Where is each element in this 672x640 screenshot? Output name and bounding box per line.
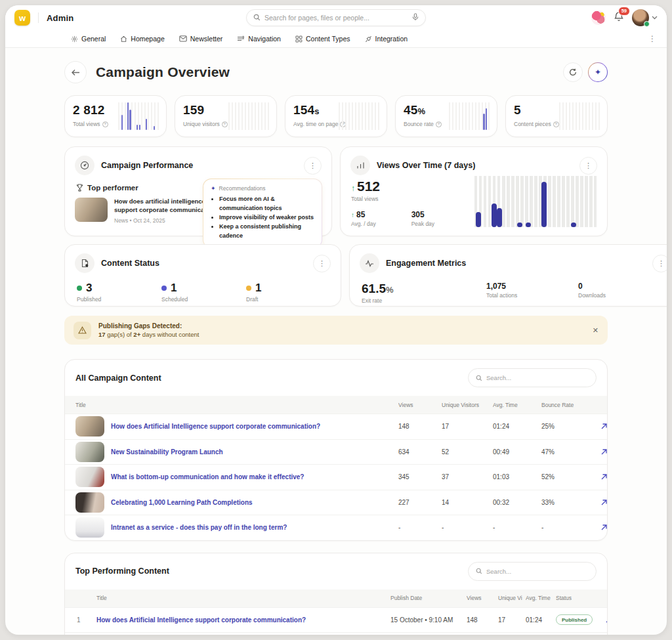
views-value: 148	[398, 423, 442, 430]
card-title: Engagement Metrics	[386, 259, 466, 268]
card-menu-button[interactable]: ⋮	[652, 255, 667, 272]
row-thumbnail	[75, 442, 104, 462]
content-title-link[interactable]: Celebrating 1,000 Learning Path Completi…	[111, 498, 253, 507]
content-title-link[interactable]: Intranet as a service - does this pay of…	[111, 523, 287, 532]
home-icon	[120, 35, 127, 43]
avg-per-day-label: Avg. / day	[351, 221, 376, 227]
stat-value: 5	[514, 103, 521, 117]
table-row[interactable]: Intranet as a service - does this pay of…	[65, 515, 607, 540]
stat-card-content-pieces[interactable]: 5 Content pieces	[505, 95, 608, 137]
table-search-input[interactable]	[486, 568, 589, 575]
stat-card-unique-visitors[interactable]: 159 Unique visitors	[175, 95, 277, 137]
recommendation-item: Keep a consistent publishing cadence	[219, 223, 314, 241]
trophy-icon	[76, 184, 83, 192]
nav-item-integration[interactable]: Integration	[365, 35, 408, 43]
content-title-link[interactable]: New Sustainability Program Launch	[111, 448, 223, 456]
card-menu-button[interactable]: ⋮	[579, 157, 597, 175]
stat-card-avg-time[interactable]: 154s Avg. time on page	[285, 95, 387, 137]
card-menu-button[interactable]: ⋮	[304, 157, 322, 175]
open-link-button[interactable]	[598, 616, 608, 624]
card-menu-button[interactable]: ⋮	[313, 255, 331, 272]
nav-item-newsletter[interactable]: Newsletter	[179, 35, 223, 43]
refresh-button[interactable]	[563, 62, 583, 82]
peak-day-value: 305	[411, 210, 434, 219]
app-title: Admin	[47, 13, 74, 23]
all-campaign-content-card: All Campaign Content TitleViewsUnique Vi…	[64, 359, 608, 541]
unique-visitors-value: 14	[442, 499, 493, 506]
table-row[interactable]: Celebrating 1,000 Learning Path Completi…	[65, 490, 607, 515]
notifications-button[interactable]: 59	[614, 11, 624, 25]
help-icon[interactable]	[436, 121, 442, 127]
content-title-link[interactable]: How does Artificial Intelligence support…	[111, 422, 320, 431]
row-thumbnail	[75, 517, 104, 538]
peak-day-label: Peak day	[411, 221, 434, 227]
row-thumbnail	[75, 416, 104, 437]
microphone-icon[interactable]	[412, 12, 419, 24]
open-link-icon	[600, 448, 608, 456]
arrow-left-icon	[72, 69, 80, 76]
nav-item-homepage[interactable]: Homepage	[120, 35, 164, 43]
global-search-input[interactable]	[264, 14, 408, 22]
table-row[interactable]: New Sustainability Program Launch6345200…	[65, 439, 607, 465]
app-logo[interactable]: w	[14, 10, 30, 26]
stat-card-total-views[interactable]: 2 812 Total views	[64, 95, 167, 137]
ai-assistant-button[interactable]: ✦	[588, 62, 608, 82]
open-link-button[interactable]	[589, 524, 608, 531]
trend-up-icon: ↑	[351, 211, 354, 219]
sparkle-icon: ✦	[595, 68, 601, 77]
table-row[interactable]: How does Artificial Intelligence support…	[65, 414, 607, 439]
content-title-link[interactable]: What is bottom-up communication and how …	[111, 473, 304, 481]
close-icon[interactable]: ✕	[593, 326, 598, 335]
views-over-time-card: Views Over Time (7 days) ⋮ ↑512 Total vi…	[340, 146, 608, 236]
table-row[interactable]: 1How does Artificial Intelligence suppor…	[65, 607, 607, 633]
open-link-button[interactable]	[589, 473, 608, 480]
help-icon[interactable]	[553, 121, 559, 127]
views-over-time-chart	[474, 176, 597, 227]
unique-visitors-value: 52	[442, 448, 493, 456]
topbar: w Admin 59	[5, 5, 667, 30]
table-search[interactable]	[468, 562, 597, 581]
open-link-icon	[600, 499, 608, 506]
user-menu[interactable]	[632, 9, 658, 26]
avatar[interactable]	[632, 9, 649, 26]
nav-item-general[interactable]: General	[71, 35, 106, 43]
recommendation-item: Focus more on AI & communication topics	[219, 195, 314, 213]
nav-overflow-menu[interactable]: ⋮	[648, 34, 656, 43]
card-title: Views Over Time (7 days)	[377, 161, 475, 170]
stickers-icon[interactable]	[591, 11, 606, 25]
help-icon[interactable]	[102, 121, 108, 127]
search-icon	[476, 568, 482, 574]
downloads: 0 Downloads	[578, 282, 640, 299]
status-scheduled: 1 Scheduled	[161, 282, 246, 303]
nav-item-navigation[interactable]: Navigation	[237, 35, 281, 43]
total-views-sparkline-chart	[118, 102, 159, 130]
chart-bar	[497, 208, 502, 227]
chart-bar	[571, 223, 576, 227]
recommendations-panel: ✦ Recommendations Focus more on AI & com…	[203, 179, 322, 248]
table-search-input[interactable]	[486, 374, 589, 381]
content-title-link[interactable]: How does Artificial Intelligence support…	[96, 616, 390, 624]
global-search[interactable]	[246, 9, 426, 26]
open-link-button[interactable]	[589, 448, 608, 456]
status-badge: Published	[556, 614, 593, 625]
table-row[interactable]: What is bottom-up communication and how …	[65, 464, 607, 490]
table-row[interactable]: 2New Sustainability Program Launch10 Oct…	[65, 632, 607, 635]
avg-time-value: 01:24	[493, 423, 541, 430]
avg-time-sparkline-chart	[339, 102, 379, 130]
nav-label: Navigation	[248, 35, 281, 43]
help-icon[interactable]	[222, 121, 228, 127]
open-link-button[interactable]	[589, 499, 608, 506]
trend-up-icon: ↑	[351, 184, 355, 193]
online-status-dot	[644, 21, 650, 27]
chart-bar	[541, 182, 547, 227]
nav-item-content-types[interactable]: Content Types	[295, 35, 350, 43]
card-title: Campaign Performance	[101, 161, 193, 170]
chart-bar	[146, 119, 148, 130]
chart-bar	[486, 108, 488, 130]
open-link-button[interactable]	[589, 423, 608, 430]
stat-card-bounce-rate[interactable]: 45% Bounce rate	[395, 95, 497, 137]
back-button[interactable]	[64, 61, 87, 83]
row-thumbnail	[75, 467, 104, 487]
table-search[interactable]	[468, 368, 597, 387]
status-published: 3 Published	[77, 282, 161, 303]
